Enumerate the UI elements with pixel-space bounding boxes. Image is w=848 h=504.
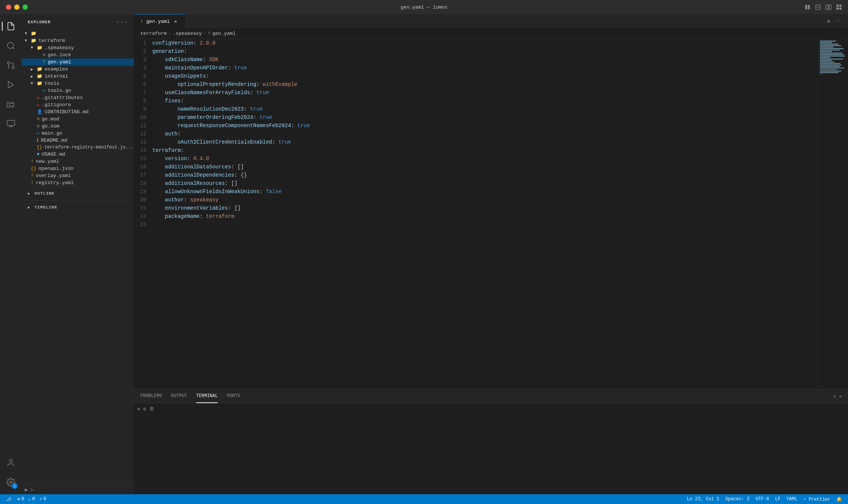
gen-lock-label: gen.lock: [48, 52, 134, 58]
code-token: []: [231, 204, 241, 212]
panel-up-icon[interactable]: ∧: [833, 393, 836, 399]
sidebar-item-gitattributes[interactable]: ◇ .gitattributes: [22, 94, 134, 101]
status-language[interactable]: YAML: [786, 496, 797, 502]
sidebar-item-tools[interactable]: ▼ 📁 tools: [22, 80, 134, 87]
code-line: additionalResources: []: [152, 179, 812, 188]
tab-gen-yaml[interactable]: ! gen.yaml ✕: [134, 14, 185, 28]
panel-close-icon[interactable]: ✕: [839, 393, 842, 399]
status-bar-right: Ln 23, Col 1 Spaces: 2 UTF-8 LF YAML ✓ P…: [687, 496, 842, 502]
svg-point-10: [8, 42, 14, 48]
minimize-button[interactable]: [14, 4, 20, 10]
split-editor-button[interactable]: ⊞: [826, 18, 832, 24]
line-number: 10: [134, 113, 146, 122]
activity-search[interactable]: [2, 37, 20, 55]
maximize-button[interactable]: [23, 4, 28, 10]
code-token: additionalDataSources: [152, 163, 231, 171]
more-actions-button[interactable]: ···: [833, 18, 845, 24]
status-remote[interactable]: ⎇: [6, 496, 13, 502]
line-number: 17: [134, 171, 146, 179]
panel-area: PROBLEMS OUTPUT TERMINAL PORTS ∧ ✕ ⊕ ⊞ 🗑: [134, 389, 848, 494]
sidebar-item-gitignore[interactable]: ◇ .gitignore: [22, 101, 134, 108]
expand-right-icon[interactable]: ▷: [31, 486, 34, 493]
close-button[interactable]: [6, 4, 11, 10]
activity-explorer[interactable]: [2, 17, 20, 35]
sidebar-item-tools-go[interactable]: ∞ tools.go: [22, 87, 134, 94]
status-spaces[interactable]: Spaces: 2: [725, 496, 750, 502]
sidebar-item-overlay[interactable]: ! overlay.yaml: [22, 172, 134, 179]
line-number: 15: [134, 154, 146, 163]
status-bell[interactable]: 🔔: [836, 496, 842, 502]
sidebar-item-registry[interactable]: ! registry.yaml: [22, 179, 134, 186]
code-line: usageSnippets:: [152, 72, 812, 80]
gomod-icon: ≡: [37, 117, 39, 122]
sidebar-item-openapi[interactable]: {} openapi.json: [22, 165, 134, 172]
terminal-trash-icon[interactable]: 🗑: [149, 406, 154, 412]
sidebar-item-new-yaml[interactable]: ! new.yaml: [22, 158, 134, 165]
tab-ports[interactable]: PORTS: [227, 390, 240, 403]
breadcrumb-terraform[interactable]: terraform: [140, 31, 167, 36]
svg-rect-0: [805, 5, 807, 9]
tree-root-folder[interactable]: ▼ 📁: [22, 30, 134, 37]
split-editor-icon[interactable]: [825, 4, 831, 10]
status-cursor[interactable]: Ln 23, Col 1: [687, 496, 719, 502]
tools-label: tools: [45, 81, 134, 86]
breadcrumb-file[interactable]: gen.yaml: [212, 31, 236, 36]
sidebar-item-gen-yaml[interactable]: ! gen.yaml: [22, 58, 134, 66]
code-token: withExample: [260, 80, 298, 88]
expand-icon[interactable]: ▶: [25, 486, 28, 493]
sidebar-more-icon[interactable]: ···: [116, 19, 128, 26]
code-token: optionalPropertyRendering: [152, 80, 256, 88]
status-prettier[interactable]: ✓ Prettier: [803, 496, 830, 502]
activity-remote[interactable]: [2, 115, 20, 133]
breadcrumb-icon: !: [208, 31, 211, 36]
sidebar-item-go-mod[interactable]: ≡ go.mod: [22, 116, 134, 123]
tab-close-button[interactable]: ✕: [173, 18, 179, 24]
status-info[interactable]: ⚡ 0: [39, 496, 46, 502]
code-token: requestResponseComponentNamesFeb2024: [152, 122, 291, 130]
tab-output[interactable]: OUTPUT: [171, 390, 187, 403]
terminal-split-icon[interactable]: ⊞: [143, 406, 146, 412]
activity-run[interactable]: [2, 76, 20, 94]
sidebar-item-contributing[interactable]: 👤 CONTRIBUTING.md: [22, 108, 134, 116]
sidebar-item-main-go[interactable]: ∞ main.go: [22, 130, 134, 137]
sidebar-item-gen-lock[interactable]: ≡ gen.lock: [22, 51, 134, 58]
sidebar-item-speakeasy[interactable]: ▼ 📁 .speakeasy: [22, 44, 134, 51]
error-icon: ⊗: [17, 496, 20, 502]
status-eol[interactable]: LF: [775, 496, 780, 502]
code-token: :: [228, 204, 231, 212]
sidebar-item-readme[interactable]: ℹ README.md: [22, 137, 134, 144]
activity-source-control[interactable]: [2, 56, 20, 74]
status-errors[interactable]: ⊗ 0 ⚠ 0: [17, 496, 35, 502]
activity-account[interactable]: [2, 454, 20, 472]
sidebar-item-internal[interactable]: ▶ 📁 internal: [22, 73, 134, 80]
sidebar-item-terraform[interactable]: ▼ 📁 terraform: [22, 37, 134, 44]
overlay-icon: !: [31, 173, 33, 178]
editor-layout-icon[interactable]: [815, 4, 821, 10]
sidebar-item-manifest[interactable]: {} terraform-registry-manifest.js...: [22, 144, 134, 151]
activity-extensions[interactable]: [2, 95, 20, 113]
editor-body: 1234567891011121314151617181920212223 co…: [134, 39, 848, 389]
tab-terminal[interactable]: TERMINAL: [196, 390, 218, 403]
manifest-label: terraform-registry-manifest.js...: [44, 145, 134, 150]
code-token: generation: [152, 47, 184, 56]
status-encoding[interactable]: UTF-8: [756, 496, 769, 502]
sidebar-item-examples[interactable]: ▶ 📁 examples: [22, 66, 134, 73]
code-token: :: [225, 179, 228, 188]
code-token: :: [184, 196, 187, 204]
readme-icon: ℹ: [37, 138, 39, 143]
layout-icon[interactable]: [836, 4, 842, 10]
sidebar-toggle-icon[interactable]: [804, 4, 810, 10]
code-editor[interactable]: 1234567891011121314151617181920212223 co…: [134, 39, 818, 389]
terminal-new-icon[interactable]: ⊕: [137, 406, 140, 412]
tab-problems[interactable]: PROBLEMS: [140, 390, 162, 403]
timeline-header[interactable]: ▶ TIMELINE: [22, 204, 134, 211]
panel-content[interactable]: ⊕ ⊞ 🗑: [134, 403, 848, 494]
line-number: 7: [134, 88, 146, 97]
activity-settings[interactable]: 1: [2, 473, 20, 491]
outline-header[interactable]: ▶ OUTLINE: [22, 190, 134, 197]
breadcrumb-speakeasy[interactable]: .speakeasy: [173, 31, 202, 36]
code-token: author: [152, 196, 184, 204]
sidebar-item-go-sum[interactable]: ≡ go.sum: [22, 123, 134, 130]
info-icon: ⚡: [39, 496, 42, 502]
sidebar-item-usage[interactable]: ▼ USAGE.md: [22, 151, 134, 158]
